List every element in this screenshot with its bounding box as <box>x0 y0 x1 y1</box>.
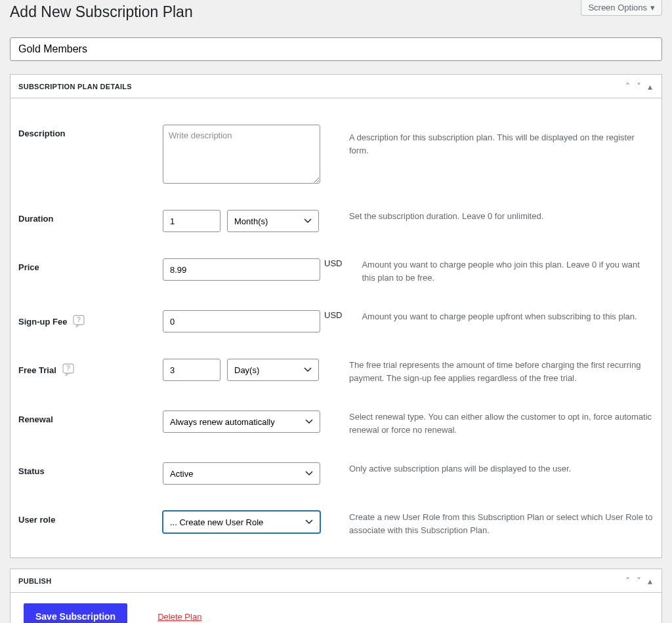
status-select[interactable]: Active <box>163 462 320 485</box>
description-textarea[interactable] <box>163 125 320 184</box>
status-label: Status <box>18 462 163 476</box>
panel-publish-title: PUBLISH <box>18 577 51 585</box>
renewal-select[interactable]: Always renew automatically <box>163 411 320 433</box>
help-tooltip-icon[interactable]: ? <box>71 314 87 329</box>
renewal-label: Renewal <box>18 411 163 424</box>
user-role-select[interactable]: ... Create new User Role <box>163 511 320 533</box>
signup-fee-input[interactable] <box>163 310 320 332</box>
price-help: Amount you want to charge people who joi… <box>346 258 654 284</box>
svg-text:?: ? <box>66 365 70 372</box>
signup-fee-currency: USD <box>324 310 342 320</box>
duration-help: Set the subscription duration. Leave 0 f… <box>333 210 654 223</box>
panel-move-down-icon[interactable]: ˅ <box>635 574 642 588</box>
plan-title-input[interactable] <box>10 37 662 61</box>
chevron-down-icon: ▾ <box>650 3 655 12</box>
panel-subscription-details: SUBSCRIPTION PLAN DETAILS ˄ ˅ ▴ Descript… <box>10 74 662 558</box>
free-trial-unit-select[interactable]: Day(s) <box>227 359 319 381</box>
panel-details-title: SUBSCRIPTION PLAN DETAILS <box>18 83 132 90</box>
price-currency: USD <box>324 258 342 268</box>
description-label: Description <box>18 125 163 138</box>
signup-fee-label: Sign-up Fee <box>18 317 67 327</box>
panel-move-up-icon[interactable]: ˄ <box>624 574 631 588</box>
free-trial-input[interactable] <box>163 359 220 381</box>
duration-label: Duration <box>18 210 163 224</box>
delete-plan-link[interactable]: Delete Plan <box>158 612 201 622</box>
duration-unit-select[interactable]: Month(s) <box>227 210 319 232</box>
price-label: Price <box>18 258 163 272</box>
status-help: Only active subscription plans will be d… <box>333 462 654 475</box>
signup-fee-help: Amount you want to charge people upfront… <box>346 310 654 323</box>
renewal-help: Select renewal type. You can either allo… <box>333 411 654 436</box>
help-tooltip-icon[interactable]: ? <box>60 363 76 377</box>
screen-options-label: Screen Options <box>588 3 647 12</box>
duration-input[interactable] <box>163 210 220 232</box>
panel-move-down-icon[interactable]: ˅ <box>635 80 642 93</box>
screen-options-toggle[interactable]: Screen Options ▾ <box>581 0 662 16</box>
user-role-label: User role <box>18 511 163 525</box>
panel-collapse-icon[interactable]: ▴ <box>646 574 654 588</box>
panel-publish: PUBLISH ˄ ˅ ▴ Save Subscription Delete P… <box>10 569 662 623</box>
price-input[interactable] <box>163 258 320 281</box>
panel-move-up-icon[interactable]: ˄ <box>624 80 631 93</box>
panel-collapse-icon[interactable]: ▴ <box>646 80 654 93</box>
user-role-help: Create a new User Role from this Subscri… <box>333 511 654 536</box>
save-subscription-button[interactable]: Save Subscription <box>24 603 127 623</box>
page-title: Add New Subscription Plan <box>10 3 193 21</box>
free-trial-help: The free trial represents the amount of … <box>333 359 654 384</box>
svg-text:?: ? <box>77 316 81 323</box>
free-trial-label: Free Trial <box>18 365 56 375</box>
description-help: A description for this subscription plan… <box>333 125 654 157</box>
